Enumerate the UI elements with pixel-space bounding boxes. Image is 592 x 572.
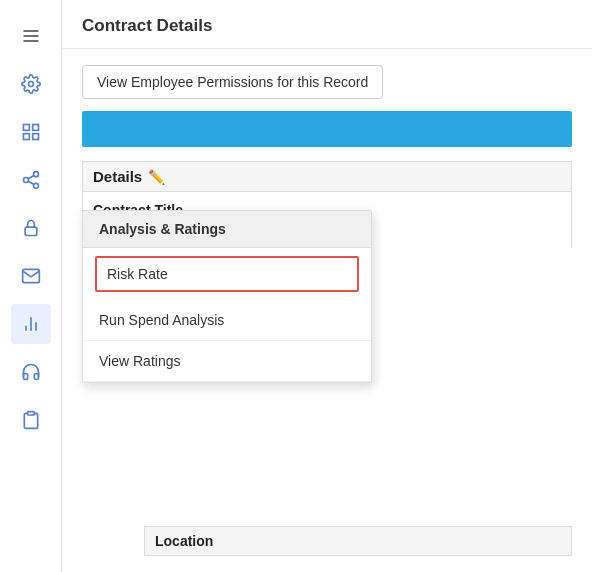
sidebar-item-chart[interactable] <box>11 304 51 344</box>
svg-rect-13 <box>25 227 37 235</box>
sidebar-item-share[interactable] <box>11 160 51 200</box>
svg-line-12 <box>28 175 34 178</box>
dropdown-item-run-spend-analysis[interactable]: Run Spend Analysis <box>83 300 371 341</box>
dropdown-item-risk-rate[interactable]: Risk Rate <box>95 256 359 292</box>
svg-point-10 <box>33 183 38 188</box>
sidebar-item-mail[interactable] <box>11 256 51 296</box>
location-label: Location <box>144 526 572 556</box>
svg-point-9 <box>23 178 28 183</box>
svg-point-8 <box>33 172 38 177</box>
sidebar-item-clipboard[interactable] <box>11 400 51 440</box>
sidebar-item-lock[interactable] <box>11 208 51 248</box>
sidebar-item-menu[interactable] <box>11 16 51 56</box>
edit-icon[interactable]: ✏️ <box>148 169 165 185</box>
analysis-ratings-dropdown: Analysis & Ratings Risk Rate Run Spend A… <box>82 210 372 383</box>
svg-rect-5 <box>32 125 38 131</box>
sidebar-item-settings[interactable] <box>11 64 51 104</box>
svg-point-3 <box>28 82 33 87</box>
page-header: Contract Details <box>62 0 592 49</box>
permissions-section: View Employee Permissions for this Recor… <box>62 49 592 99</box>
sidebar <box>0 0 62 572</box>
dropdown-item-view-ratings[interactable]: View Ratings <box>83 341 371 382</box>
svg-rect-4 <box>23 125 29 131</box>
svg-line-11 <box>28 181 34 184</box>
view-permissions-button[interactable]: View Employee Permissions for this Recor… <box>82 65 383 99</box>
sidebar-item-support[interactable] <box>11 352 51 392</box>
svg-rect-7 <box>23 134 29 140</box>
dropdown-header: Analysis & Ratings <box>83 211 371 248</box>
page-title: Contract Details <box>82 16 212 35</box>
blue-progress-bar <box>82 111 572 147</box>
svg-rect-6 <box>32 134 38 140</box>
details-label: Details <box>93 168 142 185</box>
sidebar-item-dashboard[interactable] <box>11 112 51 152</box>
details-header: Details ✏️ <box>82 161 572 192</box>
main-content: Contract Details View Employee Permissio… <box>62 0 592 572</box>
svg-rect-17 <box>27 412 34 415</box>
